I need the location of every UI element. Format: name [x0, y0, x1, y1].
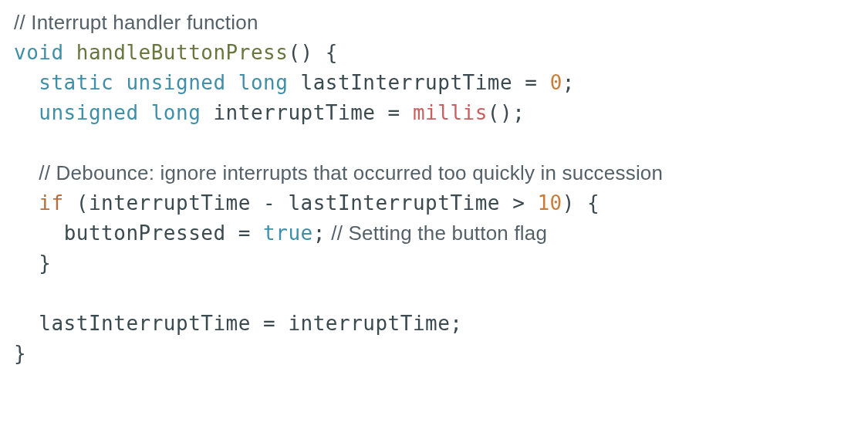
comment-line: // Interrupt handler function	[14, 11, 258, 34]
number-literal: 10	[537, 191, 562, 215]
keyword-static: static	[39, 71, 113, 94]
punct: ) {	[562, 191, 599, 215]
function-call: millis	[413, 101, 488, 124]
assignment: lastInterruptTime = interruptTime;	[39, 312, 462, 335]
keyword-unsigned-long: unsigned long	[39, 101, 201, 124]
comment-line: // Debounce: ignore interrupts that occu…	[39, 161, 663, 184]
punct: =	[375, 101, 412, 124]
code-block: // Interrupt handler function void handl…	[14, 8, 854, 369]
function-name: handleButtonPress	[76, 41, 289, 64]
brace-close: }	[39, 252, 51, 275]
number-literal: 0	[550, 71, 562, 94]
if-condition: (interruptTime - lastInterruptTime >	[64, 191, 538, 215]
punct: ;	[313, 221, 326, 245]
punct: () {	[288, 41, 338, 64]
keyword-true: true	[263, 221, 313, 245]
assignment: buttonPressed =	[64, 221, 263, 245]
keyword-if: if	[39, 191, 63, 215]
identifier: interruptTime	[213, 101, 375, 124]
identifier: lastInterruptTime	[301, 71, 513, 94]
punct: ;	[562, 71, 575, 94]
punct: ();	[488, 101, 525, 124]
keyword-unsigned-long: unsigned long	[126, 71, 288, 94]
comment-inline: // Setting the button flag	[326, 221, 547, 245]
punct: =	[512, 71, 549, 94]
keyword-void: void	[14, 41, 64, 64]
brace-close: }	[14, 342, 26, 365]
